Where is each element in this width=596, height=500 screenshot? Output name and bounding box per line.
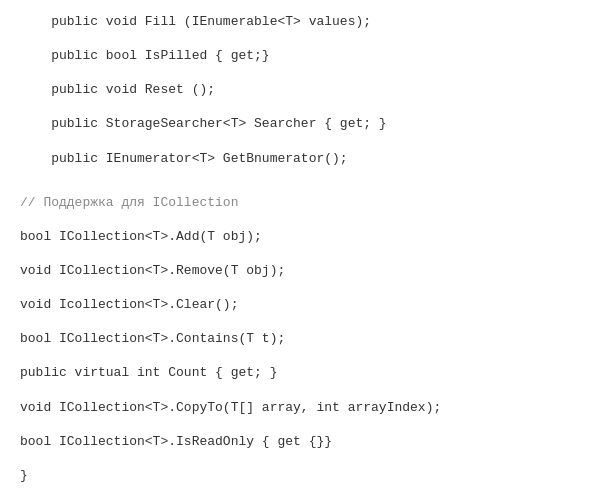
code-line [0, 351, 596, 361]
code-line [0, 34, 596, 44]
code-line: bool ICollection<T>.IsReadOnly { get {}} [0, 430, 596, 454]
code-line: public void Reset (); [0, 78, 596, 102]
code-line: public IEnumerator<T> GetBnumerator(); [0, 147, 596, 171]
code-line [0, 283, 596, 293]
code-line [0, 68, 596, 78]
code-line [0, 181, 596, 191]
code-line: // Поддержка для ICollection [0, 191, 596, 215]
code-line: void Icollection<T>.Clear(); [0, 293, 596, 317]
code-line [0, 317, 596, 327]
code-line: public bool IsPilled { get;} [0, 44, 596, 68]
code-line: void ICollection<T>.Remove(T obj); [0, 259, 596, 283]
code-editor: public void Fill (IEnumerable<T> values)… [0, 0, 596, 500]
code-line [0, 249, 596, 259]
code-line [0, 215, 596, 225]
code-line: bool ICollection<T>.Add(T obj); [0, 225, 596, 249]
code-line: public void Fill (IEnumerable<T> values)… [0, 10, 596, 34]
code-line [0, 102, 596, 112]
code-line [0, 420, 596, 430]
code-line: } [0, 464, 596, 488]
code-line [0, 454, 596, 464]
code-line: public virtual int Count { get; } [0, 361, 596, 385]
code-line [0, 137, 596, 147]
code-line: public StorageSearcher<T> Searcher { get… [0, 112, 596, 136]
code-line: bool ICollection<T>.Contains(T t); [0, 327, 596, 351]
code-line: void ICollection<T>.CopyTo(T[] array, in… [0, 396, 596, 420]
code-line [0, 386, 596, 396]
code-line [0, 171, 596, 181]
